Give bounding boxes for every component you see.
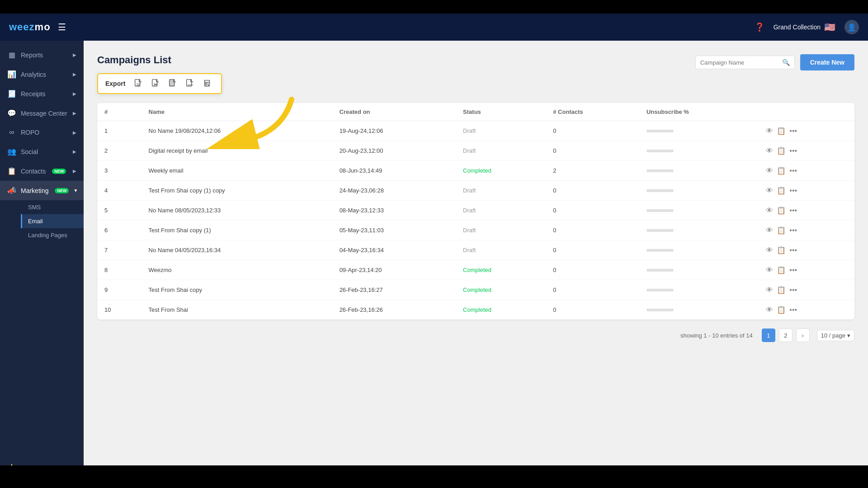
page-header-left: Campaigns List Export [97, 54, 222, 94]
view-icon[interactable]: 👁 [766, 246, 773, 254]
sidebar-item-receipts[interactable]: 🧾 Receipts ▶ [0, 84, 84, 103]
cell-contacts: 0 [546, 260, 639, 280]
store-selector[interactable]: Grand Collection 🇺🇸 [774, 22, 835, 33]
more-icon[interactable]: ••• [789, 306, 797, 314]
sidebar-item-analytics[interactable]: 📊 Analytics ▶ [0, 65, 84, 84]
cell-created: 08-Jun-23,14:49 [332, 161, 456, 181]
cell-created: 05-May-23,11:03 [332, 221, 456, 240]
cell-status: Draft [456, 181, 546, 201]
expand-icon: ▶ [73, 169, 76, 174]
cell-status: Completed [456, 280, 546, 300]
sidebar-sub-item-sms[interactable]: SMS [21, 200, 84, 214]
cell-num: 1 [97, 121, 142, 141]
copy-icon[interactable]: 📋 [777, 206, 786, 215]
search-bar: 🔍 [695, 56, 795, 69]
pagination-bar: showing 1 - 10 entries of 14 1 2 › 10 / … [97, 328, 854, 342]
cell-name: Test From Shai [142, 300, 332, 320]
expand-icon: ▶ [73, 111, 76, 116]
view-icon[interactable]: 👁 [766, 306, 773, 314]
cell-actions: 👁 📋 ••• [759, 280, 854, 300]
more-icon[interactable]: ••• [789, 266, 797, 274]
page-btn-2[interactable]: 2 [779, 328, 793, 342]
sidebar-item-message-center[interactable]: 💬 Message Center ▶ [0, 103, 84, 123]
cell-num: 3 [97, 161, 142, 181]
view-icon[interactable]: 👁 [766, 147, 773, 155]
more-icon[interactable]: ••• [789, 226, 797, 235]
export-print-button[interactable] [200, 78, 214, 89]
per-page-label: 10 / page [821, 332, 845, 339]
table-row: 7 No Name 04/05/2023,16:34 04-May-23,16:… [97, 240, 854, 260]
search-input[interactable] [700, 59, 782, 66]
more-icon[interactable]: ••• [789, 127, 797, 135]
export-label: Export [105, 80, 125, 87]
cell-unsubscribe [639, 240, 759, 260]
sidebar-sub-item-landing-pages[interactable]: Landing Pages [21, 228, 84, 242]
main-content: Campaigns List Export [84, 41, 868, 488]
sidebar-item-label: ROPO [21, 129, 39, 136]
copy-icon[interactable]: 📋 [777, 146, 786, 155]
page-title: Campaigns List [97, 54, 222, 66]
col-actions [759, 103, 854, 121]
sidebar-item-ropo[interactable]: ∞ ROPO ▶ [0, 123, 84, 142]
more-icon[interactable]: ••• [789, 286, 797, 294]
more-icon[interactable]: ••• [789, 187, 797, 195]
cell-created: 26-Feb-23,16:27 [332, 280, 456, 300]
col-contacts: # Contacts [546, 103, 639, 121]
hamburger-icon[interactable]: ☰ [58, 22, 66, 33]
export-doc-button[interactable] [166, 78, 179, 89]
table-row: 8 Weezmo 09-Apr-23,14:20 Completed 0 👁 📋… [97, 260, 854, 280]
avatar[interactable]: 👤 [844, 20, 859, 34]
view-icon[interactable]: 👁 [766, 127, 773, 135]
ropo-icon: ∞ [7, 128, 16, 136]
sidebar-item-contacts[interactable]: 📋 Contacts NEW ▶ [0, 161, 84, 181]
flag-icon: 🇺🇸 [824, 22, 835, 33]
copy-icon[interactable]: 📋 [777, 246, 786, 254]
copy-icon[interactable]: 📋 [777, 266, 786, 274]
cell-name: Test From Shai copy (1) [142, 221, 332, 240]
export-excel-button[interactable] [149, 78, 162, 89]
sidebar-item-social[interactable]: 👥 Social ▶ [0, 142, 84, 161]
expand-icon: ▶ [73, 52, 76, 57]
sidebar-item-label: Receipts [21, 90, 45, 98]
sidebar-item-reports[interactable]: ▦ Reports ▶ [0, 45, 84, 65]
reports-icon: ▦ [7, 51, 16, 59]
cell-actions: 👁 📋 ••• [759, 260, 854, 280]
more-icon[interactable]: ••• [789, 206, 797, 215]
copy-icon[interactable]: 📋 [777, 226, 786, 235]
view-icon[interactable]: 👁 [766, 286, 773, 294]
more-icon[interactable]: ••• [789, 246, 797, 254]
export-csv-button[interactable] [132, 78, 145, 89]
cell-name: Digital receipt by email [142, 141, 332, 161]
view-icon[interactable]: 👁 [766, 226, 773, 235]
sidebar-item-marketing[interactable]: 📣 Marketing NEW ▼ [0, 181, 84, 200]
sidebar-sub-item-email[interactable]: Email [21, 214, 84, 228]
more-icon[interactable]: ••• [789, 167, 797, 175]
expand-icon: ▶ [73, 72, 76, 77]
contacts-new-badge: NEW [52, 169, 66, 174]
view-icon[interactable]: 👁 [766, 266, 773, 274]
sidebar-item-label: Marketing [21, 187, 48, 194]
navbar-right: ❓ Grand Collection 🇺🇸 👤 [755, 20, 859, 34]
copy-icon[interactable]: 📋 [777, 305, 786, 314]
copy-icon[interactable]: 📋 [777, 186, 786, 195]
more-icon[interactable]: ••• [789, 147, 797, 155]
cell-actions: 👁 📋 ••• [759, 300, 854, 320]
table-row: 3 Weekly email 08-Jun-23,14:49 Completed… [97, 161, 854, 181]
copy-icon[interactable]: 📋 [777, 286, 786, 294]
view-icon[interactable]: 👁 [766, 187, 773, 195]
copy-icon[interactable]: 📋 [777, 166, 786, 175]
cell-actions: 👁 📋 ••• [759, 121, 854, 141]
view-icon[interactable]: 👁 [766, 206, 773, 215]
create-new-button[interactable]: Create New [800, 54, 854, 70]
view-icon[interactable]: 👁 [766, 167, 773, 175]
export-json-button[interactable]: JSON [183, 78, 197, 89]
copy-icon[interactable]: 📋 [777, 127, 786, 135]
cell-name: Weezmo [142, 260, 332, 280]
message-center-icon: 💬 [7, 109, 16, 117]
help-icon[interactable]: ❓ [755, 22, 764, 32]
store-name: Grand Collection [774, 23, 821, 31]
per-page-select[interactable]: 10 / page ▾ [817, 330, 854, 341]
page-btn-next[interactable]: › [796, 328, 810, 342]
pagination-info: showing 1 - 10 entries of 14 [680, 332, 753, 339]
page-btn-1[interactable]: 1 [762, 328, 775, 342]
